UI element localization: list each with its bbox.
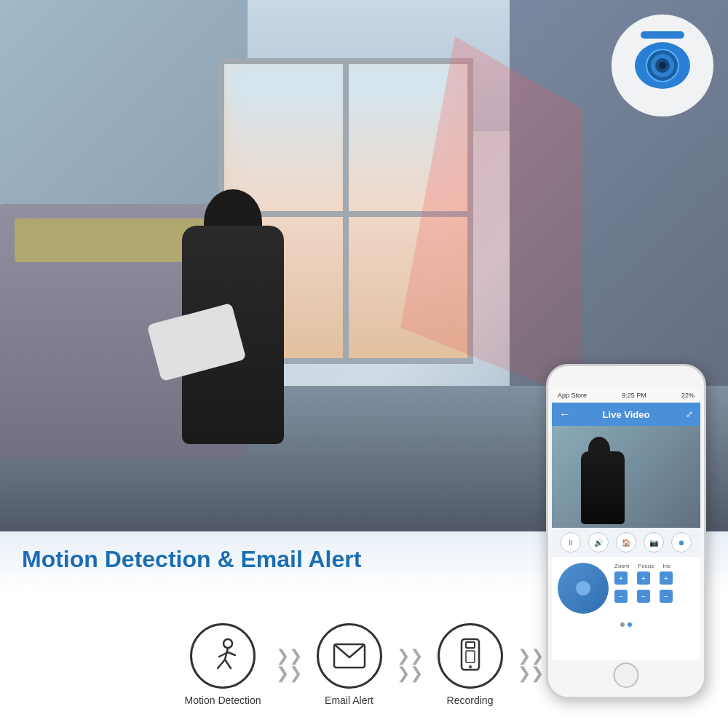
- expand-button[interactable]: ⤢: [686, 409, 693, 419]
- iris-label: Iris: [662, 563, 670, 569]
- zoom-controls: Zoom Focus Iris + + + − − −: [614, 563, 673, 603]
- feature-motion-detection: Motion Detection: [184, 623, 261, 706]
- svg-rect-15: [466, 642, 475, 648]
- zoom-minus-row: − − −: [614, 590, 673, 603]
- svg-rect-0: [641, 31, 684, 39]
- zoom-plus-row: + + +: [614, 571, 673, 585]
- home-button[interactable]: 🏠: [616, 532, 636, 553]
- zoom-minus[interactable]: −: [614, 590, 628, 603]
- arrow-3: ❯ ❯ ❯ ❯: [518, 648, 544, 681]
- zoom-plus[interactable]: +: [614, 571, 628, 585]
- app-store-label: App Store: [558, 392, 587, 399]
- phone-ptz-section: Zoom Focus Iris + + + − − −: [552, 557, 700, 620]
- svg-point-7: [223, 639, 232, 648]
- phone-home-button[interactable]: [614, 662, 639, 688]
- arrow-1: ❯ ❯ ❯ ❯: [276, 648, 302, 681]
- camera-icon-bg: [612, 15, 713, 116]
- phone-battery: 22%: [681, 392, 695, 399]
- motion-detection-label: Motion Detection: [184, 695, 261, 706]
- phone-mockup: App Store 9:25 PM 22% ← Live Video ⤢ ⏸ 🔊…: [546, 364, 706, 699]
- motion-detection-circle: [190, 623, 256, 689]
- phone-controls-row: ⏸ 🔊 🏠 📷 ⏺: [552, 528, 700, 557]
- phone-nav-bar: ← Live Video ⤢: [552, 403, 700, 426]
- ptz-center: [576, 581, 590, 596]
- phone-video-feed: [552, 426, 700, 528]
- phone-screen: App Store 9:25 PM 22% ← Live Video ⤢ ⏸ 🔊…: [552, 388, 700, 660]
- email-icon: [331, 641, 368, 670]
- recording-label: Recording: [447, 695, 494, 706]
- pause-button[interactable]: ⏸: [561, 532, 581, 553]
- volume-button[interactable]: 🔊: [588, 532, 609, 553]
- back-button[interactable]: ←: [559, 408, 571, 421]
- svg-point-5: [659, 62, 666, 69]
- focus-minus[interactable]: −: [637, 590, 650, 603]
- phone-time: 9:25 PM: [622, 392, 646, 399]
- svg-rect-14: [462, 639, 479, 670]
- phone-status-bar: App Store 9:25 PM 22%: [552, 388, 700, 403]
- live-video-title: Live Video: [603, 409, 650, 420]
- feature-email-alert: Email Alert: [317, 623, 382, 706]
- iris-minus[interactable]: −: [660, 590, 673, 603]
- svg-rect-16: [466, 651, 475, 662]
- main-title: Motion Detection & Email Alert: [22, 546, 361, 573]
- page-dots: [552, 620, 700, 630]
- recording-circle: [438, 623, 503, 689]
- email-alert-label: Email Alert: [325, 695, 373, 706]
- record-button[interactable]: ⏺: [671, 532, 692, 553]
- snapshot-button[interactable]: 📷: [644, 532, 664, 553]
- arrow-2: ❯ ❯ ❯ ❯: [397, 648, 423, 681]
- svg-line-9: [218, 660, 225, 668]
- svg-point-17: [469, 665, 472, 668]
- phone-intruder-body: [581, 451, 625, 524]
- intruder-figure: [131, 116, 335, 444]
- zoom-label: Zoom: [614, 563, 629, 569]
- svg-line-12: [228, 652, 235, 655]
- focus-label: Focus: [638, 563, 654, 569]
- ptz-control[interactable]: [558, 563, 609, 614]
- phone-video-bg: [552, 426, 700, 528]
- motion-person-icon: [205, 638, 241, 674]
- camera-icon: [622, 25, 703, 106]
- camera-icon-container: [612, 15, 713, 116]
- focus-plus[interactable]: +: [637, 571, 650, 585]
- svg-line-10: [225, 660, 231, 668]
- feature-recording: Recording: [438, 623, 503, 706]
- email-alert-circle: [317, 623, 382, 689]
- iris-plus[interactable]: +: [660, 571, 673, 585]
- phone-recording-icon: [456, 638, 485, 674]
